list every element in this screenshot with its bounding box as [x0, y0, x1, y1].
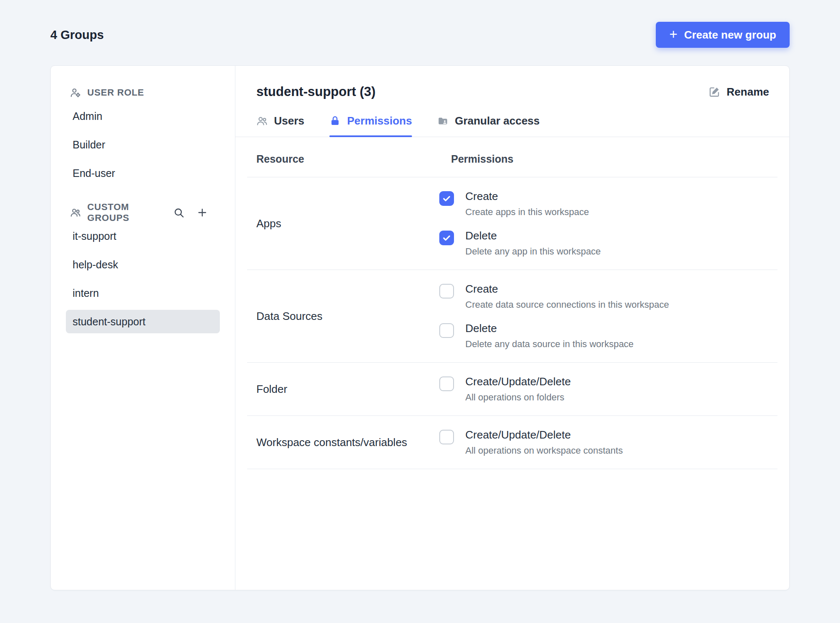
- permissions-column-header: Permissions: [439, 153, 777, 165]
- permission-text: Create Create apps in this workspace: [465, 190, 589, 218]
- permission-apps-delete: Delete Delete any app in this workspace: [439, 229, 777, 257]
- permission-constants-cud: Create/Update/Delete All operations on w…: [439, 428, 777, 456]
- group-title: student-support (3): [256, 84, 376, 99]
- folder-cud-checkbox[interactable]: [439, 376, 454, 391]
- resource-column-header: Resource: [247, 153, 439, 165]
- tab-permissions-label: Permissions: [347, 114, 412, 127]
- permission-label: Create/Update/Delete: [465, 375, 571, 388]
- page-title: 4 Groups: [50, 28, 104, 42]
- groups-card: USER ROLE Admin Builder End-user: [50, 65, 790, 590]
- folder-user-icon: [437, 115, 449, 127]
- datasources-delete-checkbox[interactable]: [439, 323, 454, 338]
- table-row-folder: Folder Create/Update/Delete All operatio…: [247, 363, 777, 416]
- resource-name: Folder: [247, 383, 439, 396]
- edit-pencil-icon: [709, 86, 720, 98]
- permission-text: Delete Delete any data source in this wo…: [465, 322, 634, 350]
- tab-users[interactable]: Users: [256, 114, 304, 137]
- permissions-table: Resource Permissions Apps Create C: [247, 137, 777, 469]
- table-row-workspace-constants: Workspace constants/variables Create/Upd…: [247, 416, 777, 469]
- permission-folder-cud: Create/Update/Delete All operations on f…: [439, 375, 777, 403]
- permission-description: All operations on folders: [465, 392, 571, 403]
- rename-label: Rename: [727, 86, 769, 99]
- custom-groups-header: CUSTOM GROUPS: [66, 206, 220, 219]
- table-row-data-sources: Data Sources Create Create data source c…: [247, 270, 777, 363]
- permission-datasources-create: Create Create data source connections in…: [439, 283, 777, 310]
- title-row: student-support (3) Rename: [256, 84, 769, 99]
- permission-text: Delete Delete any app in this workspace: [465, 229, 601, 257]
- create-new-group-button[interactable]: + Create new group: [656, 22, 790, 48]
- permission-text: Create Create data source connections in…: [465, 283, 669, 310]
- user-gear-icon: [70, 87, 81, 98]
- user-role-header: USER ROLE: [66, 86, 220, 99]
- custom-groups-actions: [173, 207, 218, 218]
- tabs: Users Permissions: [235, 99, 789, 137]
- permission-label: Create: [465, 190, 589, 203]
- users-group-icon: [70, 207, 81, 218]
- group-detail-panel: student-support (3) Rename: [235, 66, 789, 590]
- permission-label: Create/Update/Delete: [465, 428, 623, 441]
- add-group-icon[interactable]: [196, 207, 208, 218]
- sidebar-item-builder[interactable]: Builder: [66, 133, 220, 156]
- permissions-cell: Create/Update/Delete All operations on w…: [439, 428, 777, 456]
- apps-create-checkbox[interactable]: [439, 191, 454, 206]
- sidebar-item-end-user[interactable]: End-user: [66, 161, 220, 185]
- user-role-section: USER ROLE Admin Builder End-user: [66, 86, 220, 185]
- sidebar-item-help-desk[interactable]: help-desk: [66, 253, 220, 276]
- permission-description: Create apps in this workspace: [465, 207, 589, 218]
- sidebar-item-admin[interactable]: Admin: [66, 104, 220, 128]
- groups-page: 4 Groups + Create new group: [0, 0, 840, 590]
- tab-granular-access-label: Granular access: [455, 114, 540, 127]
- tab-permissions[interactable]: Permissions: [329, 114, 412, 137]
- search-icon[interactable]: [173, 207, 185, 218]
- users-icon: [256, 115, 268, 127]
- datasources-create-checkbox[interactable]: [439, 284, 454, 299]
- top-bar: 4 Groups + Create new group: [50, 22, 790, 48]
- permission-description: Create data source connections in this w…: [465, 299, 669, 310]
- create-new-group-label: Create new group: [684, 29, 776, 42]
- table-row-apps: Apps Create Create apps in this workspac…: [247, 177, 777, 270]
- permission-label: Delete: [465, 229, 601, 242]
- constants-cud-checkbox[interactable]: [439, 430, 454, 444]
- sidebar-item-it-support[interactable]: it-support: [66, 224, 220, 248]
- rename-button[interactable]: Rename: [709, 86, 769, 99]
- custom-groups-section: CUSTOM GROUPS: [66, 206, 220, 333]
- permission-text: Create/Update/Delete All operations on f…: [465, 375, 571, 403]
- permissions-cell: Create/Update/Delete All operations on f…: [439, 375, 777, 403]
- permission-text: Create/Update/Delete All operations on w…: [465, 428, 623, 456]
- user-role-label: USER ROLE: [87, 87, 144, 98]
- permissions-cell: Create Create data source connections in…: [439, 283, 777, 350]
- groups-sidebar: USER ROLE Admin Builder End-user: [51, 66, 235, 590]
- apps-delete-checkbox[interactable]: [439, 231, 454, 245]
- resource-name: Workspace constants/variables: [247, 436, 439, 449]
- table-header: Resource Permissions: [247, 137, 777, 177]
- tab-users-label: Users: [274, 114, 304, 127]
- permissions-cell: Create Create apps in this workspace Del…: [439, 190, 777, 257]
- sidebar-item-intern[interactable]: intern: [66, 281, 220, 305]
- permission-datasources-delete: Delete Delete any data source in this wo…: [439, 322, 777, 350]
- lock-icon: [329, 115, 341, 127]
- permission-label: Delete: [465, 322, 634, 335]
- sidebar-item-student-support[interactable]: student-support: [66, 310, 220, 333]
- panel-head: student-support (3) Rename: [235, 66, 789, 99]
- custom-groups-label: CUSTOM GROUPS: [87, 202, 167, 223]
- permission-description: Delete any app in this workspace: [465, 246, 601, 257]
- plus-icon: +: [669, 27, 677, 41]
- permission-description: All operations on workspace constants: [465, 445, 623, 456]
- tab-granular-access[interactable]: Granular access: [437, 114, 540, 137]
- resource-name: Apps: [247, 217, 439, 230]
- permission-description: Delete any data source in this workspace: [465, 339, 634, 350]
- permission-apps-create: Create Create apps in this workspace: [439, 190, 777, 218]
- resource-name: Data Sources: [247, 310, 439, 323]
- permission-label: Create: [465, 283, 669, 296]
